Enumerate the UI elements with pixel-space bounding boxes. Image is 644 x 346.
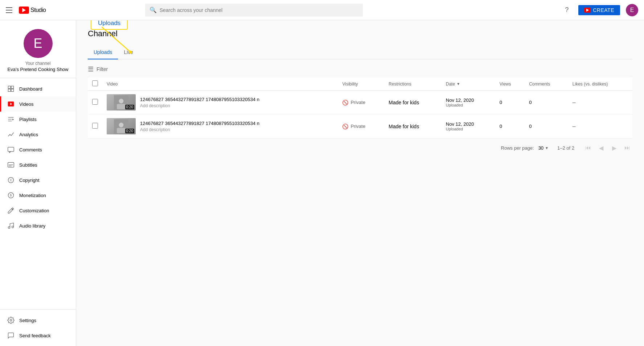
menu-button[interactable]: [6, 6, 15, 14]
sidebar-item-videos[interactable]: Videos: [0, 96, 76, 112]
page-title: Channel: [88, 29, 632, 38]
private-icon: 🚫: [342, 100, 348, 105]
table-row: 0:20 124676827 365443277891827 174808795…: [88, 91, 632, 114]
visibility-label: Private: [350, 100, 365, 105]
rows-per-page-select[interactable]: 30 ▼: [538, 145, 549, 151]
videos-icon: [7, 100, 15, 108]
dashboard-icon: [7, 85, 15, 93]
table-row: 0:20 124676827 365443277891827 174808795…: [88, 114, 632, 138]
sidebar-item-label: Comments: [19, 147, 42, 153]
visibility-cell[interactable]: 🚫 Private: [338, 91, 384, 114]
video-thumbnail[interactable]: 0:20: [107, 118, 136, 134]
channel-avatar[interactable]: E: [24, 29, 53, 58]
sidebar-item-label: Dashboard: [19, 86, 42, 92]
your-channel-label: Your channel: [25, 61, 51, 66]
prev-page-button[interactable]: ◀: [596, 143, 606, 153]
content-area: Uploads Channel Uploads Live ☰ Filter: [76, 20, 644, 346]
th-visibility: Visibility: [338, 78, 384, 91]
sidebar-item-customization[interactable]: Customization: [0, 203, 76, 218]
subtitles-icon: [7, 161, 15, 169]
sidebar-item-subtitles[interactable]: Subtitles: [0, 157, 76, 172]
video-thumbnail[interactable]: 0:20: [107, 94, 136, 111]
channel-name: Eva's Pretend Cooking Show: [8, 67, 69, 72]
th-select-all[interactable]: [88, 78, 102, 91]
svg-rect-28: [117, 128, 126, 133]
sidebar-item-copyright[interactable]: C Copyright: [0, 172, 76, 188]
restrictions-cell: Made for kids: [384, 91, 442, 114]
video-duration: 0:20: [125, 105, 134, 109]
comments-cell: 0: [525, 91, 568, 114]
feedback-icon: [7, 332, 15, 339]
tab-live[interactable]: Live: [118, 46, 139, 59]
row-checkbox[interactable]: [92, 123, 98, 129]
svg-marker-9: [12, 118, 14, 120]
settings-icon: [7, 316, 15, 324]
svg-point-20: [10, 320, 12, 321]
svg-rect-3: [11, 89, 14, 92]
visibility-cell[interactable]: 🚫 Private: [338, 114, 384, 138]
sidebar-item-settings[interactable]: Settings: [0, 313, 76, 328]
tooltip-label: Uploads: [98, 20, 120, 26]
video-table: Video Visibility Restrictions Date ▼ Vie…: [88, 78, 632, 138]
sidebar-item-comments[interactable]: Comments: [0, 142, 76, 157]
svg-point-27: [119, 122, 124, 127]
svg-rect-0: [8, 86, 11, 89]
th-comments: Comments: [525, 78, 568, 91]
video-title: 124676827 365443277891827 17480879551033…: [140, 121, 259, 126]
filter-label[interactable]: Filter: [97, 66, 108, 72]
private-icon: 🚫: [342, 124, 348, 129]
create-button[interactable]: CREATE: [578, 5, 620, 15]
sidebar-item-analytics[interactable]: Analytics: [0, 127, 76, 142]
video-info: 124676827 365443277891827 17480879551033…: [140, 97, 259, 108]
customization-icon: [7, 207, 15, 214]
avatar[interactable]: E: [626, 4, 638, 16]
svg-text:$: $: [10, 193, 12, 197]
tab-uploads[interactable]: Uploads: [88, 46, 118, 59]
row-checkbox[interactable]: [92, 99, 98, 105]
visibility-label: Private: [350, 124, 365, 129]
sidebar-item-label: Customization: [19, 208, 49, 213]
help-button[interactable]: ?: [561, 4, 573, 16]
sidebar-item-label: Settings: [19, 318, 36, 323]
select-all-checkbox[interactable]: [92, 80, 98, 86]
video-info: 124676827 365443277891827 17480879551033…: [140, 121, 259, 132]
sidebar-item-label: Copyright: [19, 178, 40, 183]
topbar: Studio 🔍 ? CREATE E: [0, 0, 644, 20]
video-description[interactable]: Add description: [140, 103, 259, 108]
row-checkbox-cell[interactable]: [88, 114, 102, 138]
sidebar-item-audio[interactable]: Audio library: [0, 218, 76, 233]
views-cell: 0: [495, 114, 525, 138]
sidebar-item-label: Send feedback: [19, 333, 51, 338]
sidebar-item-playlists[interactable]: Playlists: [0, 112, 76, 127]
sidebar-item-feedback[interactable]: Send feedback: [0, 328, 76, 343]
table-toolbar: ☰ Filter: [88, 65, 632, 73]
sort-arrow-icon: ▼: [456, 82, 460, 86]
search-bar[interactable]: 🔍: [145, 4, 363, 17]
th-likes: Likes (vs. dislikes): [568, 78, 632, 91]
th-date[interactable]: Date ▼: [442, 78, 495, 91]
monetization-icon: $: [7, 191, 15, 199]
svg-rect-2: [8, 89, 11, 92]
last-page-button[interactable]: ⏭: [622, 143, 632, 153]
rows-per-page-label: Rows per page:: [501, 145, 534, 151]
sidebar-item-label: Monetization: [19, 193, 46, 198]
filter-icon: ☰: [88, 65, 94, 73]
date-cell: Nov 12, 2020 Uploaded: [442, 91, 495, 114]
studio-label: Studio: [30, 7, 46, 13]
logo[interactable]: Studio: [19, 7, 46, 14]
video-cell[interactable]: 0:20 124676827 365443277891827 174808795…: [102, 91, 338, 114]
row-checkbox-cell[interactable]: [88, 91, 102, 114]
date-cell: Nov 12, 2020 Uploaded: [442, 114, 495, 138]
next-page-button[interactable]: ▶: [609, 143, 619, 153]
sidebar-item-monetization[interactable]: $ Monetization: [0, 188, 76, 203]
sidebar-item-label: Analytics: [19, 132, 38, 137]
sidebar-bottom: Settings Send feedback: [0, 309, 76, 346]
first-page-button[interactable]: ⏮: [583, 143, 593, 153]
video-description[interactable]: Add description: [140, 127, 259, 132]
sidebar-nav: Dashboard Videos Playlists Analytics: [0, 78, 76, 309]
svg-rect-1: [11, 86, 14, 89]
sidebar-item-dashboard[interactable]: Dashboard: [0, 81, 76, 96]
audio-icon: [7, 222, 15, 230]
video-cell[interactable]: 0:20 124676827 365443277891827 174808795…: [102, 114, 338, 138]
search-input[interactable]: [160, 7, 358, 13]
